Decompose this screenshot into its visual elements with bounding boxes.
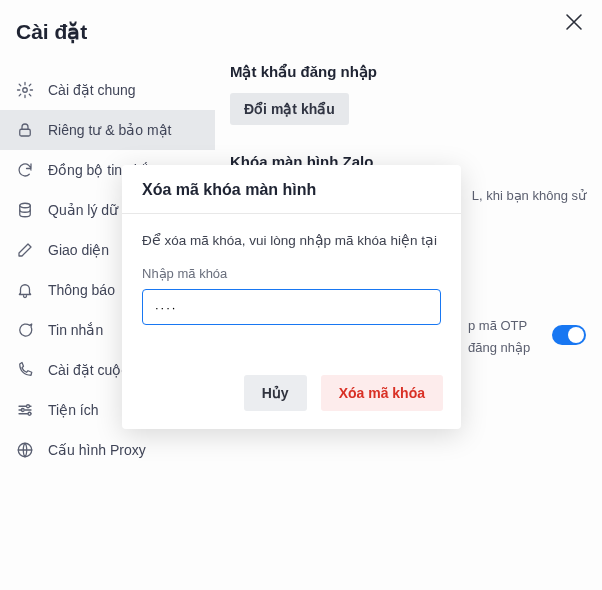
cancel-button[interactable]: Hủy [244,375,307,411]
modal-input-label: Nhập mã khóa [142,266,441,281]
modal-description: Để xóa mã khóa, vui lòng nhập mã khóa hi… [142,232,441,248]
lock-code-input[interactable] [142,289,441,325]
modal-title: Xóa mã khóa màn hình [122,165,461,214]
remove-lock-modal: Xóa mã khóa màn hình Để xóa mã khóa, vui… [122,165,461,429]
remove-lock-button[interactable]: Xóa mã khóa [321,375,443,411]
